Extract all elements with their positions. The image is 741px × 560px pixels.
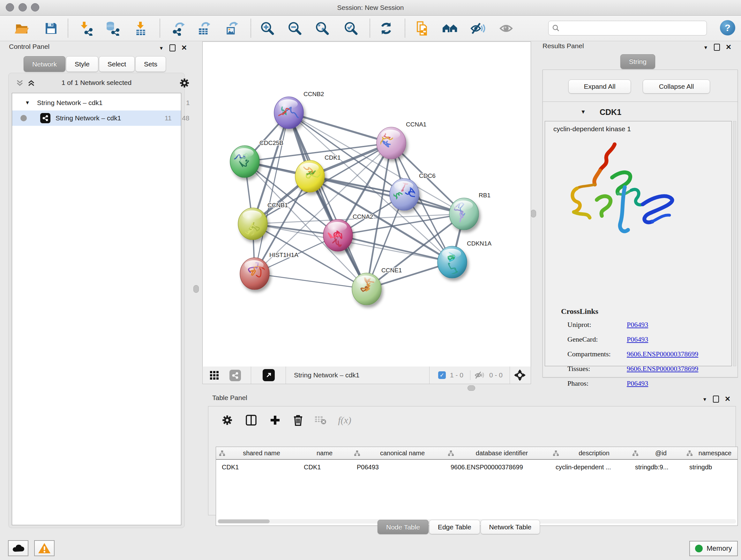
function-builder-button[interactable]: f(x)	[335, 411, 354, 429]
tab-sets[interactable]: Sets	[135, 56, 166, 72]
crosslink-value[interactable]: 9606.ENSP00000378699	[627, 350, 698, 358]
network-collection-row[interactable]: ▼ String Network – cdk1 1	[12, 95, 181, 111]
column-header-id[interactable]: @id	[629, 447, 684, 460]
import-network-database-button[interactable]	[104, 19, 121, 37]
birdseye-toggle-icon[interactable]	[229, 370, 241, 381]
tab-edge-table[interactable]: Edge Table	[429, 520, 480, 534]
panel-close-icon[interactable]: ✕	[726, 43, 731, 51]
network-edge-CCNB2-CCNA1[interactable]	[289, 113, 391, 143]
table-cell[interactable]: CDK1	[216, 461, 298, 473]
zoom-in-button[interactable]	[259, 19, 276, 37]
table-cell[interactable]: stringdb	[684, 461, 738, 473]
network-node-CCNB2[interactable]: CCNB2	[274, 91, 324, 129]
panel-close-icon[interactable]: ✕	[725, 395, 731, 403]
tab-network[interactable]: Network	[23, 56, 65, 72]
panel-menu-icon[interactable]: ▼	[702, 396, 707, 402]
export-network-button[interactable]	[170, 19, 188, 37]
export-image-button[interactable]	[222, 19, 240, 37]
network-edge-HIST1H1A-CCNE1[interactable]	[255, 273, 367, 289]
node-table: shared name name canonical name database…	[216, 447, 738, 526]
panel-float-icon[interactable]	[713, 395, 719, 402]
tab-select[interactable]: Select	[99, 56, 135, 72]
selected-checkbox-icon[interactable]: ✓	[438, 371, 446, 379]
column-header-database-identifier[interactable]: database identifier	[445, 447, 550, 460]
search-input[interactable]	[562, 24, 703, 32]
network-node-HIST1H1A[interactable]: HIST1H1A	[240, 252, 298, 290]
network-node-CCNA1[interactable]: CCNA1	[377, 121, 426, 159]
tree-open-icon[interactable]: ▼	[25, 100, 30, 106]
results-scrollbar[interactable]	[733, 121, 736, 366]
column-header-shared-name[interactable]: shared name	[216, 447, 298, 460]
network-graph[interactable]: CCNB2CCNA1CDC25BCDK1CDC6RB1CCNB1CCNA2CDK…	[203, 42, 531, 366]
warnings-button[interactable]	[34, 540, 55, 556]
create-column-button[interactable]	[266, 411, 284, 429]
column-header-name[interactable]: name	[298, 447, 351, 460]
tab-node-table[interactable]: Node Table	[378, 520, 428, 534]
help-glyph: ?	[725, 22, 731, 33]
cloud-button[interactable]	[8, 540, 28, 556]
open-session-button[interactable]	[13, 19, 30, 37]
network-node-CDKN1A[interactable]: CDKN1A	[437, 240, 491, 278]
gear-icon[interactable]	[179, 78, 190, 88]
expand-all-button[interactable]: Expand All	[568, 79, 631, 94]
apply-layout-button[interactable]	[377, 19, 395, 37]
export-table-button[interactable]	[195, 19, 213, 37]
column-header-canonical-name[interactable]: canonical name	[351, 447, 445, 460]
memory-button[interactable]: Memory	[689, 541, 738, 556]
network-node-CCNB1[interactable]: CCNB1	[238, 202, 288, 240]
clone-network-button[interactable]	[413, 19, 431, 37]
search-field[interactable]	[548, 21, 707, 36]
network-edge-CCNA2-CDKN1A[interactable]	[338, 235, 452, 262]
import-table-button[interactable]	[131, 19, 149, 37]
delete-column-button[interactable]	[289, 411, 307, 429]
fit-content-icon[interactable]	[514, 369, 526, 381]
gene-section-header[interactable]: ▼ CDK1	[545, 104, 732, 120]
scrollbar-thumb[interactable]	[218, 519, 270, 523]
column-header-namespace[interactable]: namespace	[684, 447, 738, 460]
collapse-all-button[interactable]: Collapse All	[643, 79, 710, 94]
tab-string[interactable]: String	[620, 54, 655, 69]
network-icon	[40, 113, 51, 123]
table-cell[interactable]: CDK1	[298, 461, 351, 473]
first-neighbors-button[interactable]	[441, 19, 459, 37]
show-all-button[interactable]	[497, 19, 515, 37]
network-node-CDK1[interactable]: CDK1	[295, 154, 341, 192]
panel-menu-icon[interactable]: ▼	[703, 45, 708, 50]
table-cell[interactable]: 9606.ENSP00000378699	[445, 461, 550, 473]
panel-float-icon[interactable]	[170, 44, 176, 51]
grid-view-icon[interactable]	[210, 371, 219, 380]
show-columns-button[interactable]	[242, 411, 260, 429]
left-splitter-handle[interactable]	[193, 285, 199, 293]
panel-float-icon[interactable]	[714, 44, 720, 51]
network-row[interactable]: String Network – cdk1 11 48	[12, 111, 181, 126]
hide-selected-button[interactable]	[469, 19, 487, 37]
table-options-button[interactable]	[218, 411, 237, 429]
table-cell[interactable]: P06493	[351, 461, 445, 473]
crosslink-value[interactable]: P06493	[627, 335, 648, 344]
table-cell[interactable]: cyclin-dependent ...	[550, 461, 629, 473]
network-edge-CCNB2-CCNE1[interactable]	[289, 113, 367, 289]
zoom-fit-button[interactable]	[313, 19, 331, 37]
import-table-icon	[133, 21, 148, 36]
table-cell[interactable]: stringdb:9...	[629, 461, 684, 473]
hidden-eye-icon	[475, 371, 485, 379]
network-canvas[interactable]: CCNB2CCNA1CDC25BCDK1CDC6RB1CCNB1CCNA2CDK…	[202, 42, 531, 367]
crosslink-value[interactable]: P06493	[627, 320, 648, 329]
crosslink-value[interactable]: 9606.ENSP00000378699	[627, 365, 698, 373]
panel-close-icon[interactable]: ✕	[181, 44, 187, 52]
panel-menu-icon[interactable]: ▼	[159, 45, 164, 51]
open-in-window-icon[interactable]	[263, 369, 275, 381]
section-collapse-icon[interactable]: ▼	[581, 109, 586, 115]
crosslink-value[interactable]: P06493	[627, 379, 648, 388]
horizontal-splitter-handle[interactable]	[468, 385, 475, 391]
save-session-button[interactable]	[42, 19, 60, 37]
help-button[interactable]: ?	[720, 20, 735, 36]
network-node-RB1[interactable]: RB1	[449, 192, 490, 230]
tab-style[interactable]: Style	[66, 56, 98, 72]
delete-table-button[interactable]	[311, 411, 330, 429]
column-header-description[interactable]: description	[550, 447, 629, 460]
zoom-out-button[interactable]	[286, 19, 304, 37]
import-network-file-button[interactable]	[77, 19, 95, 37]
tab-network-table[interactable]: Network Table	[481, 520, 540, 534]
zoom-selected-button[interactable]	[342, 19, 360, 37]
